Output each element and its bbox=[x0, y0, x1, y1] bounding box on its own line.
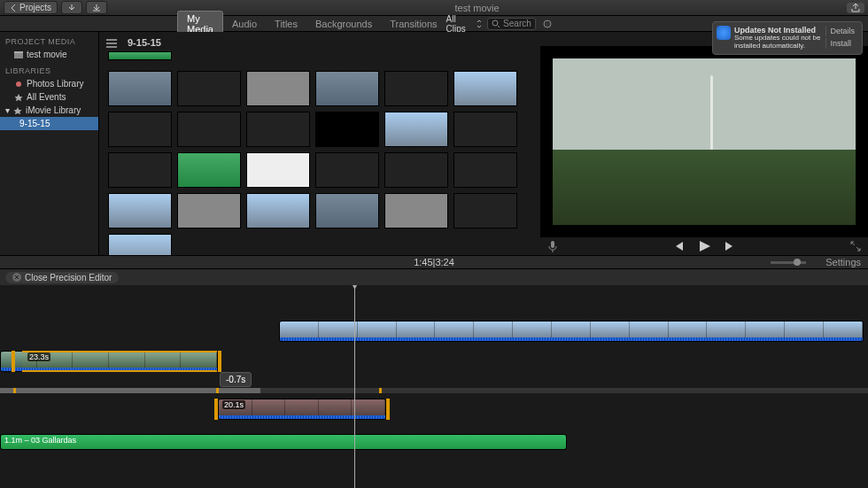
svg-rect-12 bbox=[551, 241, 554, 248]
clip-thumbnail[interactable] bbox=[177, 193, 241, 229]
clip-thumbnail[interactable] bbox=[108, 51, 172, 60]
clip-thumbnail[interactable] bbox=[315, 193, 379, 229]
clip-thumbnail[interactable] bbox=[315, 71, 379, 106]
clip-thumbnail[interactable] bbox=[384, 193, 448, 229]
precision-editor-bar: Close Precision Editor bbox=[0, 269, 868, 285]
back-to-projects[interactable]: Projects bbox=[4, 1, 58, 14]
updown-arrows-icon bbox=[476, 19, 482, 28]
share-button[interactable] bbox=[847, 3, 864, 13]
project-media-header: PROJECT MEDIA bbox=[0, 35, 98, 48]
clip-thumbnail[interactable] bbox=[177, 112, 241, 147]
audio-clip-title: 1.1m – 03 Gallardas bbox=[1, 435, 566, 445]
sidebar-photos-library[interactable]: Photos Library bbox=[0, 77, 98, 90]
svg-rect-3 bbox=[14, 51, 23, 53]
clip-thumbnail[interactable] bbox=[246, 152, 310, 188]
clip-thumbnail[interactable] bbox=[108, 71, 172, 106]
fullscreen-button[interactable] bbox=[850, 241, 861, 252]
clip-thumbnail[interactable] bbox=[108, 193, 172, 229]
microphone-icon bbox=[547, 240, 558, 252]
clip-thumbnail[interactable] bbox=[246, 193, 310, 229]
back-label: Projects bbox=[19, 3, 51, 12]
list-view-toggle[interactable] bbox=[105, 37, 119, 50]
clip-thumbnail[interactable] bbox=[108, 112, 172, 147]
clip-thumbnail[interactable] bbox=[177, 71, 241, 106]
voiceover-button[interactable] bbox=[547, 240, 558, 252]
clip-filter-dropdown[interactable]: All Clips bbox=[446, 14, 483, 34]
search-icon bbox=[492, 19, 500, 28]
sidebar-imovie-library[interactable]: ▾ iMovie Library bbox=[0, 104, 98, 117]
settings-button[interactable]: Settings bbox=[825, 257, 861, 267]
sidebar-project[interactable]: test movie bbox=[0, 48, 98, 61]
notification-body: Some updates could not be installed auto… bbox=[734, 35, 822, 50]
edit-gap-bar[interactable] bbox=[0, 388, 868, 393]
next-button[interactable] bbox=[724, 240, 736, 252]
trim-handle-left[interactable] bbox=[12, 351, 15, 372]
precision-trim-region[interactable] bbox=[22, 351, 217, 372]
clip-thumbnail[interactable] bbox=[384, 71, 448, 106]
trim-handle-right[interactable] bbox=[386, 399, 390, 420]
event-header: 9-15-15 bbox=[105, 37, 535, 48]
tab-audio[interactable]: Audio bbox=[223, 17, 266, 31]
system-notification: Updates Not Installed Some updates could… bbox=[712, 21, 863, 55]
notification-install-button[interactable]: Install bbox=[825, 38, 858, 49]
library-sidebar: PROJECT MEDIA test movie LIBRARIES Photo… bbox=[0, 32, 99, 255]
trim-handle-left[interactable] bbox=[214, 399, 218, 420]
preview-viewer bbox=[540, 32, 868, 255]
clip-thumbnail[interactable] bbox=[108, 234, 172, 255]
svg-point-0 bbox=[492, 20, 498, 26]
import-button[interactable] bbox=[61, 1, 82, 14]
clip-thumbnail[interactable] bbox=[384, 152, 448, 188]
svg-rect-2 bbox=[14, 53, 23, 58]
viewer-canvas[interactable] bbox=[540, 46, 868, 237]
clip-thumbnail[interactable] bbox=[453, 71, 517, 106]
clip-thumbnail[interactable] bbox=[384, 112, 448, 147]
download-icon bbox=[92, 4, 101, 12]
clip-browser: 9-15-15 bbox=[99, 32, 540, 255]
clip-thumbnail[interactable] bbox=[177, 152, 241, 188]
timeline-clip[interactable]: 20.1s bbox=[218, 399, 386, 420]
clapper-icon bbox=[14, 51, 23, 58]
photos-icon bbox=[14, 81, 23, 88]
tab-transitions[interactable]: Transitions bbox=[381, 17, 446, 31]
import-media-button[interactable] bbox=[86, 1, 107, 14]
clip-thumbnail[interactable] bbox=[453, 152, 517, 188]
sidebar-event[interactable]: 9-15-15 bbox=[0, 117, 98, 130]
clip-duration-label: 20.1s bbox=[222, 400, 245, 409]
timecode-bar: 1:45 | 3:24 Settings bbox=[0, 255, 868, 269]
play-button[interactable] bbox=[697, 239, 711, 253]
clip-thumbnail[interactable] bbox=[453, 193, 517, 229]
close-x-icon bbox=[12, 273, 21, 282]
theater-mode-icon[interactable] bbox=[541, 18, 554, 30]
trim-delta-tooltip: -0.7s bbox=[220, 372, 252, 387]
zoom-slider[interactable] bbox=[771, 261, 806, 264]
tab-titles[interactable]: Titles bbox=[266, 17, 306, 31]
total-time: 3:24 bbox=[435, 257, 453, 267]
playhead[interactable] bbox=[354, 285, 355, 488]
clip-thumbnail[interactable] bbox=[315, 112, 379, 147]
timeline-audio-clip[interactable]: 1.1m – 03 Gallardas bbox=[0, 434, 567, 450]
trim-handle-right[interactable] bbox=[218, 351, 221, 372]
notification-details-button[interactable]: Details bbox=[825, 26, 858, 36]
search-input[interactable]: Search bbox=[487, 18, 536, 30]
preview-frame bbox=[553, 58, 856, 225]
sidebar-all-events[interactable]: All Events bbox=[0, 90, 98, 104]
back-chevron-icon bbox=[10, 4, 17, 12]
timeline[interactable]: 23.3s -0.7s 20.1s 1.1m – 03 Gallardas bbox=[0, 285, 868, 488]
library-star-icon bbox=[13, 107, 22, 114]
svg-point-1 bbox=[544, 20, 551, 27]
svg-rect-6 bbox=[106, 43, 117, 44]
clip-thumbnail[interactable] bbox=[246, 112, 310, 147]
clip-thumbnail[interactable] bbox=[315, 152, 379, 188]
clip-thumbnail[interactable] bbox=[453, 112, 517, 147]
appstore-icon bbox=[717, 26, 731, 40]
libraries-header: LIBRARIES bbox=[0, 65, 98, 77]
tab-backgrounds[interactable]: Backgrounds bbox=[306, 17, 381, 31]
clip-thumbnail[interactable] bbox=[108, 152, 172, 188]
clip-thumbnail[interactable] bbox=[246, 71, 310, 106]
close-precision-editor-button[interactable]: Close Precision Editor bbox=[5, 272, 119, 283]
svg-rect-5 bbox=[106, 39, 117, 41]
timeline-clip-attached[interactable] bbox=[279, 321, 864, 342]
prev-button[interactable] bbox=[672, 240, 685, 252]
svg-rect-7 bbox=[106, 46, 117, 48]
disclosure-triangle-icon[interactable]: ▾ bbox=[5, 105, 10, 115]
